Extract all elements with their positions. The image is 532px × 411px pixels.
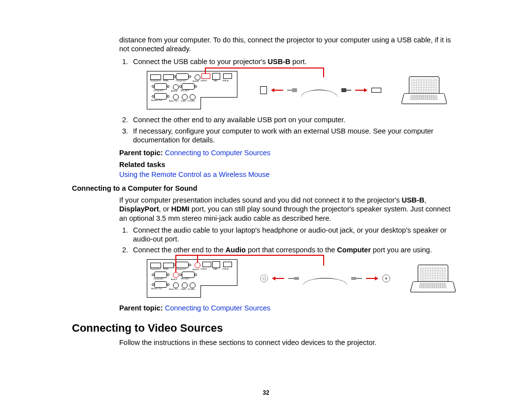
audio-steps-list: Connect the audio cable to your laptop's… bbox=[119, 226, 460, 298]
audio-step-1: Connect the audio cable to your laptop's… bbox=[130, 226, 460, 243]
projector-port-panel-audio: DisplayPort HDMI Computer2 Audio2 USB-B … bbox=[147, 259, 237, 298]
step-1: Connect the USB cable to your projector'… bbox=[130, 57, 460, 109]
audio-jack-icon bbox=[260, 274, 268, 282]
audio-cable-illustration bbox=[260, 274, 390, 282]
usb-a-socket-icon bbox=[371, 88, 381, 93]
usb-b-jack-icon bbox=[260, 86, 267, 94]
video-sources-heading: Connecting to Video Sources bbox=[72, 321, 460, 335]
parent-topic-link-2[interactable]: Connecting to Computer Sources bbox=[165, 304, 270, 312]
sound-section-heading: Connecting to a Computer for Sound bbox=[72, 184, 460, 193]
intro-continuation: distance from your computer. To do this,… bbox=[119, 35, 460, 53]
page-number: 32 bbox=[0, 389, 532, 396]
usb-connection-diagram: DisplayPort HDMI Computer2 Audio2 USB-B … bbox=[147, 71, 460, 109]
usb-steps-list: Connect the USB cable to your projector'… bbox=[119, 57, 460, 144]
laptop-icon bbox=[413, 265, 452, 292]
related-task-link[interactable]: Using the Remote Control as a Wireless M… bbox=[119, 171, 269, 178]
parent-topic-line-2: Parent topic: Connecting to Computer Sou… bbox=[119, 304, 460, 312]
usb-b-port bbox=[201, 73, 210, 79]
video-intro: Follow the instructions in these section… bbox=[119, 338, 460, 347]
parent-topic-line: Parent topic: Connecting to Computer Sou… bbox=[119, 148, 460, 157]
related-tasks-heading: Related tasks bbox=[119, 160, 460, 169]
audio2-port bbox=[195, 262, 200, 268]
laptop-icon bbox=[404, 76, 443, 104]
sound-intro: If your computer presentation includes s… bbox=[119, 196, 460, 222]
step-2: Connect the other end to any available U… bbox=[130, 115, 460, 124]
audio-connection-diagram: DisplayPort HDMI Computer2 Audio2 USB-B … bbox=[147, 259, 460, 298]
audio-socket-icon bbox=[382, 274, 390, 282]
projector-port-panel: DisplayPort HDMI Computer2 Audio2 USB-B … bbox=[147, 71, 237, 109]
parent-topic-link[interactable]: Connecting to Computer Sources bbox=[165, 149, 270, 157]
audio1-port bbox=[173, 272, 179, 278]
audio-step-2: Connect the other end to the Audio port … bbox=[130, 245, 460, 298]
step-3: If necessary, configure your computer to… bbox=[130, 127, 460, 144]
usb-cable-illustration bbox=[260, 86, 381, 94]
